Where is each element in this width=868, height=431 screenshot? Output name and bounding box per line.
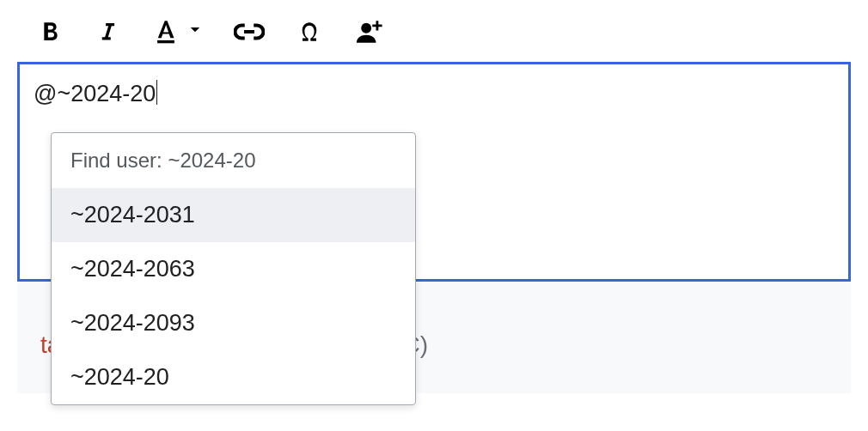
user-plus-icon	[354, 17, 383, 46]
link-icon	[234, 19, 265, 45]
formatting-toolbar	[0, 0, 868, 62]
suggest-item[interactable]: ~2024-2063	[52, 242, 415, 296]
suggest-query: ~2024-20	[168, 149, 255, 172]
italic-icon	[95, 19, 120, 45]
link-button[interactable]	[234, 19, 265, 45]
text-style-icon	[151, 17, 180, 46]
editor-value: @~2024-20	[34, 81, 156, 106]
suggest-header: Find user: ~2024-20	[52, 133, 415, 188]
italic-button[interactable]	[95, 19, 120, 45]
chevron-down-icon[interactable]	[187, 22, 203, 41]
suggest-list: ~2024-2031~2024-2063~2024-2093~2024-20	[52, 188, 415, 404]
user-suggest-dropdown: Find user: ~2024-20 ~2024-2031~2024-2063…	[51, 132, 416, 405]
text-caret	[156, 80, 157, 105]
omega-icon	[296, 18, 323, 46]
special-char-button[interactable]	[296, 18, 323, 46]
text-style-button[interactable]	[151, 17, 180, 46]
suggest-item[interactable]: ~2024-2093	[52, 296, 415, 350]
mention-user-button[interactable]	[354, 17, 383, 46]
bold-icon	[36, 18, 64, 46]
suggest-item[interactable]: ~2024-2031	[52, 188, 415, 242]
svg-rect-0	[157, 40, 174, 43]
bold-button[interactable]	[36, 18, 64, 46]
editor-text[interactable]: @~2024-20	[20, 64, 848, 123]
suggest-header-prefix: Find user:	[70, 149, 168, 172]
suggest-item[interactable]: ~2024-20	[52, 350, 415, 404]
svg-point-1	[361, 23, 371, 33]
